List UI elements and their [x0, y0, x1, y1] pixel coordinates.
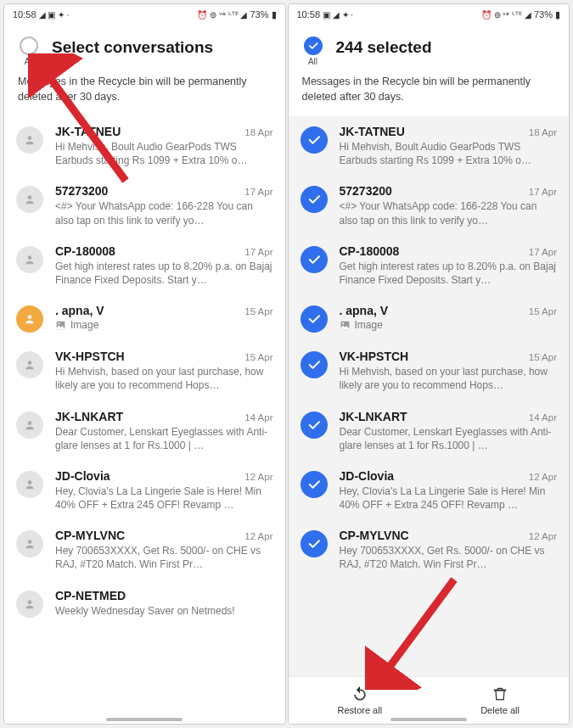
selection-header: All 244 selected — [289, 25, 570, 71]
conversation-item[interactable]: VK-HPSTCH15 AprHi Mehvish, based on your… — [289, 341, 570, 400]
selection-header: All Select conversations — [4, 25, 285, 71]
conversation-item[interactable]: JD-Clovia12 AprHey, Clovia's La La Linge… — [289, 461, 570, 520]
message-date: 17 Apr — [529, 187, 557, 197]
message-date: 14 Apr — [244, 412, 272, 423]
select-all-toggle[interactable]: All — [301, 36, 326, 66]
avatar — [16, 530, 43, 557]
sender-name: 57273200 — [55, 184, 108, 198]
avatar — [16, 246, 43, 273]
avatar — [16, 412, 43, 439]
message-date: 15 Apr — [244, 352, 272, 362]
page-title: Select conversations — [52, 36, 213, 57]
svg-point-5 — [58, 322, 59, 324]
sender-name: CP-MYLVNC — [55, 529, 125, 542]
conversation-list[interactable]: JK-TATNEU18 AprHi Mehvish, Boult Audio G… — [4, 116, 285, 724]
select-all-toggle[interactable]: All — [16, 36, 42, 66]
conversation-item[interactable]: 5727320017 Apr<#> Your WhatsApp code: 16… — [289, 176, 570, 235]
conversation-body: VK-HPSTCH15 AprHi Mehvish, based on your… — [55, 350, 273, 392]
message-preview: <#> Your WhatsApp code: 166-228 You can … — [55, 199, 273, 227]
message-date: 12 Apr — [529, 472, 557, 482]
conversation-body: JK-LNKART14 AprDear Customer, Lenskart E… — [55, 410, 273, 452]
checkbox-checked-icon — [301, 186, 328, 213]
status-bar: 10:58 ▣ ◢ ✦ · ⏰ ⊚ ᵛᵒ ᴸᵀᴱ ◢ 73% ▮ — [289, 4, 570, 25]
avatar — [16, 471, 43, 498]
sender-name: JD-Clovia — [55, 469, 110, 483]
message-preview: Get high interest rates up to 8.20% p.a.… — [55, 260, 273, 287]
conversation-item[interactable]: . apna, V15 AprImage — [4, 295, 285, 341]
conversation-item[interactable]: . apna, V15 AprImage — [289, 295, 570, 341]
checkbox-checked-icon — [301, 471, 328, 498]
restore-all-button[interactable]: Restore all — [338, 686, 383, 715]
recycle-notice: Messages in the Recycle bin will be perm… — [289, 71, 570, 116]
conversation-item[interactable]: JK-LNKART14 AprDear Customer, Lenskart E… — [289, 401, 570, 461]
conversation-body: JK-TATNEU18 AprHi Mehvish, Boult Audio G… — [340, 125, 558, 167]
conversation-item[interactable]: CP-18000817 AprGet high interest rates u… — [289, 236, 570, 295]
message-date: 15 Apr — [529, 306, 557, 316]
svg-point-1 — [28, 196, 32, 200]
message-preview: Hey, Clovia's La La Lingerie Sale is Her… — [55, 484, 273, 512]
battery-icon: ▮ — [555, 9, 560, 20]
message-preview: Hi Mehvish, based on your last purchase,… — [55, 365, 273, 392]
conversation-list[interactable]: JK-TATNEU18 AprHi Mehvish, Boult Audio G… — [289, 116, 570, 676]
message-preview: <#> Your WhatsApp code: 166-228 You can … — [340, 199, 558, 227]
checkbox-checked-icon — [301, 246, 328, 273]
status-app-icons: ◢ ▣ ✦ · — [39, 10, 70, 20]
conversation-item[interactable]: CP-18000817 AprGet high interest rates u… — [4, 236, 285, 295]
message-date: 17 Apr — [529, 247, 557, 257]
image-icon — [340, 320, 351, 331]
svg-point-2 — [28, 255, 32, 260]
svg-point-9 — [28, 540, 32, 545]
message-date: 15 Apr — [244, 306, 272, 316]
sender-name: JK-LNKART — [340, 410, 407, 423]
message-date: 15 Apr — [529, 352, 557, 362]
delete-all-button[interactable]: Delete all — [480, 686, 520, 715]
conversation-item[interactable]: JK-TATNEU18 AprHi Mehvish, Boult Audio G… — [4, 116, 285, 176]
conversation-body: VK-HPSTCH15 AprHi Mehvish, based on your… — [340, 350, 558, 392]
conversation-item[interactable]: CP-NETMEDWeekly Wednesday Saver on Netme… — [4, 580, 285, 626]
image-icon — [55, 320, 66, 331]
message-date: 18 Apr — [244, 127, 272, 137]
message-date: 14 Apr — [529, 412, 557, 423]
conversation-item[interactable]: CP-MYLVNC12 AprHey 700653XXXX, Get Rs. 5… — [289, 520, 570, 580]
conversation-item[interactable]: CP-MYLVNC12 AprHey 700653XXXX, Get Rs. 5… — [4, 520, 285, 580]
status-system-icons: ⏰ ⊚ ᵛᵒ ᴸᵀᴱ ◢ — [197, 10, 247, 20]
conversation-body: CP-18000817 AprGet high interest rates u… — [340, 244, 558, 287]
sender-name: . apna, V — [55, 304, 104, 317]
sender-name: JK-TATNEU — [55, 125, 121, 138]
avatar — [16, 351, 43, 378]
delete-label: Delete all — [480, 705, 520, 715]
message-preview: Dear Customer, Lenskart Eyeglasses with … — [340, 425, 558, 452]
sender-name: CP-180008 — [55, 244, 115, 258]
conversation-item[interactable]: JD-Clovia12 AprHey, Clovia's La La Linge… — [4, 461, 285, 520]
conversation-item[interactable]: VK-HPSTCH15 AprHi Mehvish, based on your… — [4, 341, 285, 400]
checkbox-checked-icon — [301, 530, 328, 557]
home-indicator[interactable] — [390, 718, 467, 721]
message-preview: Hi Mehvish, Boult Audio GearPods TWS Ear… — [55, 140, 273, 167]
conversation-body: CP-MYLVNC12 AprHey 700653XXXX, Get Rs. 5… — [55, 529, 273, 571]
message-date: 18 Apr — [529, 127, 557, 137]
conversation-body: CP-18000817 AprGet high interest rates u… — [55, 244, 273, 287]
message-date: 12 Apr — [244, 472, 272, 482]
home-indicator[interactable] — [106, 718, 183, 721]
svg-point-10 — [28, 600, 32, 604]
svg-point-14 — [342, 322, 344, 324]
conversation-item[interactable]: JK-LNKART14 AprDear Customer, Lenskart E… — [4, 401, 285, 461]
status-time: 10:58 — [297, 9, 321, 20]
checkbox-checked-icon — [301, 305, 328, 333]
conversation-body: . apna, V15 AprImage — [55, 304, 273, 331]
recycle-notice: Messages in the Recycle bin will be perm… — [4, 71, 285, 116]
conversation-item[interactable]: JK-TATNEU18 AprHi Mehvish, Boult Audio G… — [289, 116, 570, 176]
message-date: 12 Apr — [244, 531, 272, 541]
svg-point-7 — [28, 421, 32, 425]
message-date: 12 Apr — [529, 531, 557, 541]
sender-name: JK-TATNEU — [340, 125, 405, 138]
bottom-action-bar: Restore all Delete all — [289, 676, 570, 724]
sender-name: . apna, V — [340, 304, 389, 317]
message-preview-image: Image — [340, 319, 558, 331]
checkbox-checked-icon — [301, 351, 328, 378]
status-battery: 73% — [250, 9, 268, 20]
message-date: 17 Apr — [244, 187, 272, 197]
conversation-item[interactable]: 5727320017 Apr<#> Your WhatsApp code: 16… — [4, 176, 285, 235]
phone-left: 10:58 ◢ ▣ ✦ · ⏰ ⊚ ᵛᵒ ᴸᵀᴱ ◢ 73% ▮ All Sel… — [3, 3, 286, 725]
conversation-body: JK-LNKART14 AprDear Customer, Lenskart E… — [340, 410, 558, 452]
